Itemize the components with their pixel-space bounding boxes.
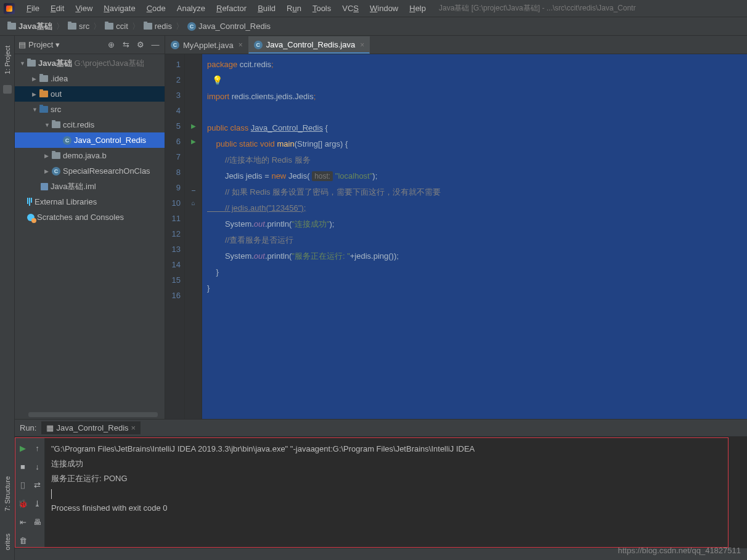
console-output[interactable]: "G:\Program Files\JetBrains\IntelliJ IDE… xyxy=(45,438,728,547)
folder-icon xyxy=(39,91,48,97)
menu-vcs[interactable]: VCS xyxy=(337,2,364,15)
menu-help[interactable]: Help xyxy=(404,2,431,15)
code-editor[interactable]: 12345678910111213141516 ▶ ▶ ⎯ ⌂ package … xyxy=(165,54,747,436)
run-config-tab[interactable]: ▦Java_Control_Redis× xyxy=(41,421,141,434)
menu-code[interactable]: Code xyxy=(141,2,171,15)
app-icon xyxy=(4,3,15,14)
toolwindow-favorites-tab[interactable]: orites xyxy=(2,529,12,555)
dump-icon[interactable]: ⌷ xyxy=(18,480,28,490)
folder-icon xyxy=(52,152,60,159)
scratch-icon xyxy=(27,214,35,221)
method-sep-icon: ⎯ xyxy=(185,180,202,195)
folder-icon xyxy=(68,23,76,30)
project-tree[interactable]: ▼Java基础 G:\project\Java基础 ▶.idea ▶out ▼s… xyxy=(15,54,165,436)
minimize-icon[interactable]: — xyxy=(150,39,161,51)
scroll-icon[interactable]: ⤓ xyxy=(33,498,43,508)
editor-tabs: CMyApplet.java× CJava_Control_Redis.java… xyxy=(165,36,747,54)
run-header: Run: ▦Java_Control_Redis× xyxy=(15,420,747,437)
wrap-icon[interactable]: ⇄ xyxy=(33,480,43,490)
close-icon[interactable]: × xyxy=(239,41,243,49)
folder-icon xyxy=(39,75,48,82)
tree-class-selected[interactable]: CJava_Control_Redis xyxy=(15,132,165,148)
gutter: 12345678910111213141516 ▶ ▶ ⎯ ⌂ xyxy=(165,54,202,436)
gutter-icons: ▶ ▶ ⎯ ⌂ xyxy=(185,54,202,436)
file-icon xyxy=(41,183,48,190)
menu-build[interactable]: Build xyxy=(252,2,281,15)
bulb-icon[interactable]: 💡 xyxy=(212,75,222,85)
rerun-icon[interactable]: ▶ xyxy=(18,443,28,453)
class-icon: C xyxy=(187,22,196,31)
run-gutter-icon[interactable]: ▶ xyxy=(185,118,202,134)
tree-special[interactable]: ▶CSpecialResearchOnClas xyxy=(15,163,165,179)
left-toolwindow-strip-bottom: 7: Structure orites xyxy=(0,431,15,560)
folder-icon xyxy=(105,23,113,30)
tab-java-control-redis[interactable]: CJava_Control_Redis.java× xyxy=(248,36,370,54)
collapse-icon[interactable]: ⇆ xyxy=(120,39,131,51)
menu-window[interactable]: Window xyxy=(364,2,404,15)
editor-area: CMyApplet.java× CJava_Control_Redis.java… xyxy=(165,36,747,436)
project-panel: ▤ Project ▾ ⊕ ⇆ ⚙ — ▼Java基础 G:\project\J… xyxy=(15,36,165,436)
window-title: Java基础 [G:\project\Java基础] - ...\src\cci… xyxy=(439,3,635,14)
code-content[interactable]: package ccit.redis; 💡 import redis.clien… xyxy=(202,54,747,436)
chevron-down-icon[interactable]: ▾ xyxy=(55,40,60,49)
breadcrumb-class[interactable]: CJava_Control_Redis xyxy=(185,20,273,32)
class-icon: C xyxy=(171,41,179,49)
folder-icon xyxy=(144,23,152,30)
exit-icon[interactable]: ⇤ xyxy=(18,517,28,527)
run-toolbar-right: ↑ ↓ ⇄ ⤓ 🖶 xyxy=(30,438,45,547)
menu-navigate[interactable]: Navigate xyxy=(98,2,141,15)
tree-external-libs[interactable]: External Libraries xyxy=(15,194,165,209)
project-view-icon: ▤ xyxy=(18,40,26,49)
toolwindow-structure-tab[interactable]: 7: Structure xyxy=(2,471,12,516)
print-icon[interactable]: 🖶 xyxy=(33,517,43,527)
tab-myapplet[interactable]: CMyApplet.java× xyxy=(165,36,248,54)
method-sep-icon: ⌂ xyxy=(185,195,202,211)
left-toolwindow-strip: 1: Project xyxy=(0,36,15,436)
breadcrumb-pkg[interactable]: ccit xyxy=(102,20,131,32)
menu-file[interactable]: File xyxy=(21,2,45,15)
trash-icon[interactable]: 🗑 xyxy=(18,535,28,545)
tree-scratches[interactable]: Scratches and Consoles xyxy=(15,209,165,225)
menu-refactor[interactable]: Refactor xyxy=(211,2,252,15)
project-panel-header: ▤ Project ▾ ⊕ ⇆ ⚙ — xyxy=(15,36,165,54)
line-numbers: 12345678910111213141516 xyxy=(165,54,185,436)
text-cursor xyxy=(51,489,52,499)
menu-tools[interactable]: Tools xyxy=(307,2,337,15)
menu-analyze[interactable]: Analyze xyxy=(171,2,211,15)
run-tool-window: Run: ▦Java_Control_Redis× ▶ ■ ⌷ 🐞 ⇤ 🗑 ↑ … xyxy=(15,419,747,548)
project-panel-title[interactable]: Project xyxy=(28,40,53,49)
run-label: Run: xyxy=(20,423,36,432)
library-icon xyxy=(27,198,32,206)
run-gutter-icon[interactable]: ▶ xyxy=(185,134,202,149)
breadcrumb-project[interactable]: Java基础 xyxy=(5,20,55,33)
tree-idea[interactable]: ▶.idea xyxy=(15,71,165,86)
breadcrumb-src[interactable]: src xyxy=(65,20,92,32)
close-icon[interactable]: × xyxy=(360,41,364,49)
tree-demo[interactable]: ▶demo.java.b xyxy=(15,148,165,163)
class-icon: C xyxy=(52,167,60,176)
debug-icon[interactable]: 🐞 xyxy=(18,498,28,508)
watermark: https://blog.csdn.net/qq_41827511 xyxy=(618,546,741,555)
breadcrumb: Java基础 〉 src 〉 ccit 〉 redis 〉 CJava_Cont… xyxy=(0,17,747,36)
toolwindow-project-tab[interactable]: 1: Project xyxy=(2,41,12,79)
tree-out[interactable]: ▶out xyxy=(15,86,165,102)
gear-icon[interactable]: ⚙ xyxy=(135,39,146,51)
toolwindow-icon[interactable] xyxy=(3,85,12,94)
menu-edit[interactable]: Edit xyxy=(45,2,70,15)
down-icon[interactable]: ↓ xyxy=(33,461,43,471)
tree-root[interactable]: ▼Java基础 G:\project\Java基础 xyxy=(15,55,165,71)
stop-icon[interactable]: ■ xyxy=(18,461,28,471)
menu-run[interactable]: Run xyxy=(281,2,307,15)
up-icon[interactable]: ↑ xyxy=(33,443,43,453)
param-hint: host: xyxy=(312,171,333,181)
locate-icon[interactable]: ⊕ xyxy=(105,39,116,51)
breadcrumb-sub[interactable]: redis xyxy=(141,20,174,32)
menu-view[interactable]: View xyxy=(70,2,98,15)
tree-pkg[interactable]: ▼ccit.redis xyxy=(15,117,165,132)
class-icon: C xyxy=(254,41,263,49)
app-icon: ▦ xyxy=(46,423,54,432)
tree-iml[interactable]: Java基础.iml xyxy=(15,179,165,194)
horizontal-scrollbar[interactable] xyxy=(28,412,158,417)
tree-src[interactable]: ▼src xyxy=(15,102,165,117)
close-icon[interactable]: × xyxy=(131,423,136,432)
